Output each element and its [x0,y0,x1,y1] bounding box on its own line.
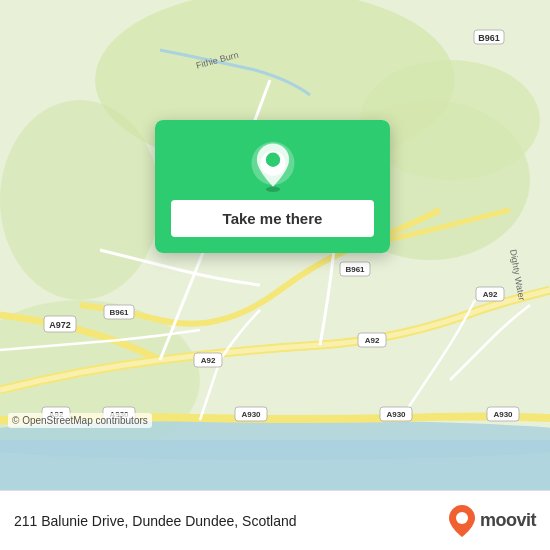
svg-text:A92: A92 [365,336,380,345]
svg-point-39 [456,512,468,524]
map-container: A972 A92 A92 A92 A92 A930 A930 A930 A930… [0,0,550,490]
svg-text:A92: A92 [483,290,498,299]
svg-text:A92: A92 [201,356,216,365]
copyright-text: © OpenStreetMap contributors [8,413,152,428]
location-pin-icon [247,140,299,192]
svg-text:B961: B961 [109,308,129,317]
svg-text:A972: A972 [49,320,71,330]
bottom-bar: 211 Balunie Drive, Dundee Dundee, Scotla… [0,490,550,550]
svg-point-38 [265,153,279,167]
moovit-brand-text: moovit [480,510,536,531]
svg-text:A930: A930 [493,410,513,419]
svg-text:A930: A930 [386,410,406,419]
svg-text:A930: A930 [241,410,261,419]
moovit-pin-icon [448,504,476,538]
address-text: 211 Balunie Drive, Dundee Dundee, Scotla… [14,513,438,529]
popup-green-area: Take me there [155,120,390,253]
moovit-logo: moovit [448,504,536,538]
take-me-there-button[interactable]: Take me there [171,200,374,237]
popup-card: Take me there [155,120,390,253]
svg-point-37 [265,187,279,192]
svg-text:B961: B961 [345,265,365,274]
svg-point-3 [0,100,160,300]
svg-text:B961: B961 [478,33,500,43]
